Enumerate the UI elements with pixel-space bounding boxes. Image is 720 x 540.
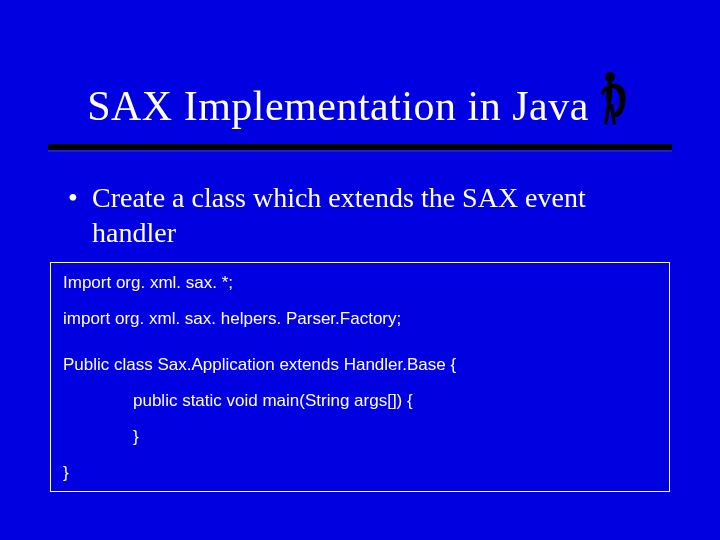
bullet-list: • Create a class which extends the SAX e…	[68, 180, 660, 250]
slide: SAX Implementation in Java • Create a cl…	[0, 0, 720, 540]
bullet-dot-icon: •	[68, 180, 92, 250]
code-line: }	[63, 463, 657, 483]
saxophone-player-icon	[595, 70, 633, 134]
svg-point-0	[605, 72, 615, 82]
code-line: import org. xml. sax. helpers. Parser.Fa…	[63, 309, 657, 329]
code-line: Public class Sax.Application extends Han…	[63, 355, 657, 375]
code-line: Import org. xml. sax. *;	[63, 273, 657, 293]
code-line: public static void main(String args[]) {	[63, 391, 657, 411]
title-row: SAX Implementation in Java	[0, 70, 720, 130]
title-underline	[48, 144, 672, 150]
bullet-item: • Create a class which extends the SAX e…	[68, 180, 660, 250]
bullet-text: Create a class which extends the SAX eve…	[92, 180, 660, 250]
code-line: }	[63, 427, 657, 447]
code-box: Import org. xml. sax. *; import org. xml…	[50, 262, 670, 492]
slide-title: SAX Implementation in Java	[87, 82, 589, 130]
